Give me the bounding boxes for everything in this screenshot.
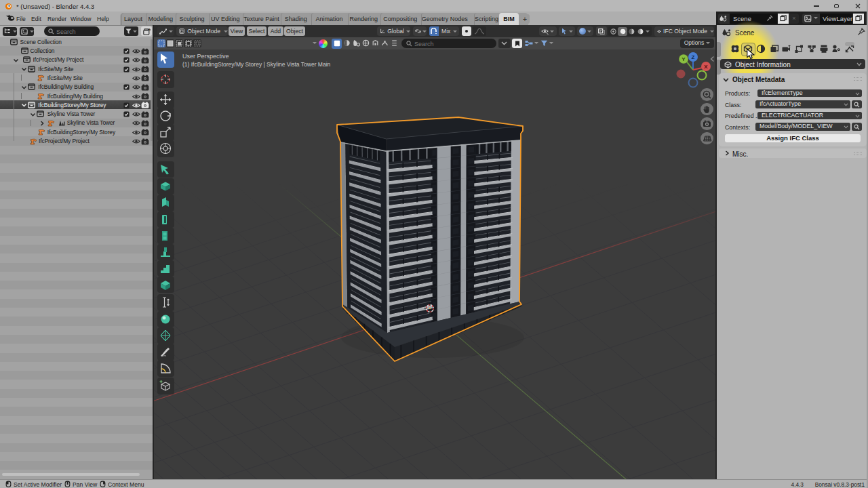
svg-text:Y: Y <box>682 56 686 62</box>
svg-text:+: + <box>149 28 150 31</box>
svg-text:Z: Z <box>692 54 695 60</box>
svg-text:X: X <box>704 64 708 70</box>
